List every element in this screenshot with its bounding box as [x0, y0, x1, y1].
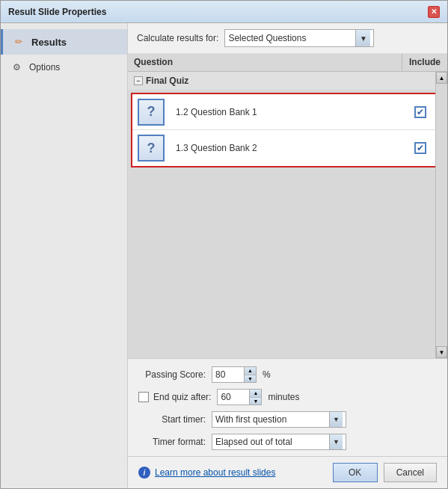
- passing-score-down-arrow[interactable]: ▼: [245, 375, 256, 383]
- timer-format-label: Timer format:: [138, 437, 206, 447]
- table-header: Question Include: [128, 54, 447, 72]
- dropdown-arrow-icon: ▼: [355, 30, 370, 46]
- include-checkbox-1[interactable]: ✔: [414, 106, 426, 118]
- sidebar-item-results[interactable]: ✏ Results: [1, 29, 127, 55]
- question-name-1: 1.2 Question Bank 1: [170, 104, 398, 120]
- ok-button[interactable]: OK: [333, 463, 378, 482]
- collapse-icon[interactable]: −: [134, 76, 143, 85]
- learn-more-link[interactable]: i Learn more about result slides: [138, 467, 327, 479]
- col-include-header: Include: [402, 54, 447, 71]
- scrollbar-up-button[interactable]: ▲: [436, 72, 447, 84]
- main-content: Calculate results for: Selected Question…: [128, 23, 447, 488]
- timer-format-row: Timer format: Elapsed out of total ▼: [138, 434, 437, 450]
- section-title: Final Quiz: [146, 76, 188, 86]
- end-quiz-down-arrow[interactable]: ▼: [250, 398, 261, 405]
- question-mark-icon: ?: [147, 104, 156, 120]
- timer-format-dropdown[interactable]: Elapsed out of total ▼: [212, 434, 346, 450]
- title-bar: Result Slide Properties ✕: [1, 1, 447, 23]
- question-type-icon-1: ?: [138, 99, 165, 126]
- end-quiz-label: End quiz after:: [153, 392, 211, 402]
- end-quiz-spinbox[interactable]: 60 ▲ ▼: [217, 389, 262, 405]
- passing-score-arrows: ▲ ▼: [244, 367, 256, 382]
- end-quiz-checkbox[interactable]: [138, 392, 149, 402]
- passing-score-row: Passing Score: 80 ▲ ▼ %: [138, 366, 437, 383]
- question-icon-cell-1: ?: [132, 96, 170, 129]
- end-quiz-checkbox-row: End quiz after:: [138, 392, 211, 402]
- sidebar-options-label: Options: [29, 62, 60, 73]
- end-quiz-up-arrow[interactable]: ▲: [250, 390, 261, 398]
- dialog: Result Slide Properties ✕ ✏ Results ⚙ Op…: [0, 0, 448, 489]
- end-quiz-value: 60: [218, 390, 249, 405]
- include-checkbox-2[interactable]: ✔: [414, 142, 426, 154]
- selected-questions-dropdown[interactable]: Selected Questions ▼: [224, 29, 374, 47]
- percent-label: %: [263, 369, 271, 380]
- minutes-label: minutes: [268, 392, 299, 402]
- questions-table-area: Question Include − Final Quiz: [128, 54, 447, 358]
- question-name-2: 1.3 Question Bank 2: [170, 140, 398, 156]
- passing-score-up-arrow[interactable]: ▲: [245, 367, 256, 375]
- results-icon: ✏: [12, 35, 25, 49]
- close-button[interactable]: ✕: [428, 6, 440, 18]
- start-timer-value: With first question: [215, 414, 329, 425]
- start-timer-row: Start timer: With first question ▼: [138, 411, 437, 428]
- checkbox-check-icon: ✔: [417, 108, 424, 117]
- question-icon-cell-2: ?: [132, 132, 170, 164]
- start-timer-arrow-icon: ▼: [329, 412, 343, 427]
- info-icon: i: [138, 467, 150, 479]
- start-timer-dropdown[interactable]: With first question ▼: [212, 411, 346, 428]
- cancel-button[interactable]: Cancel: [384, 463, 437, 482]
- timer-format-value: Elapsed out of total: [215, 437, 329, 447]
- scrollbar-track: [436, 84, 447, 346]
- table-row: ? 1.2 Question Bank 1 ✔: [132, 94, 443, 130]
- col-question-header: Question: [128, 54, 402, 71]
- table-scrollbar[interactable]: ▲ ▼: [435, 72, 447, 358]
- question-mark-icon-2: ?: [147, 141, 156, 156]
- calc-label: Calculate results for:: [137, 33, 218, 43]
- end-quiz-arrows: ▲ ▼: [249, 390, 261, 405]
- dialog-body: ✏ Results ⚙ Options Calculate results fo…: [1, 23, 447, 488]
- passing-score-value: 80: [212, 367, 244, 382]
- scrollbar-down-button[interactable]: ▼: [436, 346, 447, 358]
- table-scroll-area[interactable]: − Final Quiz ? 1.2 Question Bank: [128, 72, 447, 358]
- footer-buttons: OK Cancel: [333, 463, 437, 482]
- learn-more-text[interactable]: Learn more about result slides: [155, 467, 275, 478]
- dropdown-selected-value: Selected Questions: [228, 33, 355, 43]
- end-quiz-row: End quiz after: 60 ▲ ▼ minutes: [138, 389, 437, 405]
- start-timer-label: Start timer:: [138, 414, 206, 425]
- end-quiz-label-area: End quiz after:: [138, 392, 211, 402]
- sidebar-results-label: Results: [31, 37, 67, 48]
- passing-score-spinbox[interactable]: 80 ▲ ▼: [212, 366, 257, 383]
- timer-format-arrow-icon: ▼: [329, 434, 343, 449]
- table-row: ? 1.3 Question Bank 2 ✔: [132, 130, 443, 166]
- checkbox-check-icon-2: ✔: [417, 144, 424, 153]
- dialog-title: Result Slide Properties: [8, 7, 106, 17]
- questions-container: ? 1.2 Question Bank 1 ✔: [131, 93, 444, 167]
- options-gear-icon: ⚙: [10, 61, 23, 74]
- calc-row: Calculate results for: Selected Question…: [128, 23, 447, 54]
- passing-score-label: Passing Score:: [138, 369, 206, 380]
- footer: i Learn more about result slides OK Canc…: [128, 456, 447, 488]
- bottom-settings: Passing Score: 80 ▲ ▼ %: [128, 358, 447, 456]
- sidebar-item-options[interactable]: ⚙ Options: [1, 55, 127, 80]
- section-header-final-quiz: − Final Quiz: [128, 72, 447, 90]
- question-type-icon-2: ?: [138, 135, 165, 162]
- sidebar: ✏ Results ⚙ Options: [1, 23, 128, 488]
